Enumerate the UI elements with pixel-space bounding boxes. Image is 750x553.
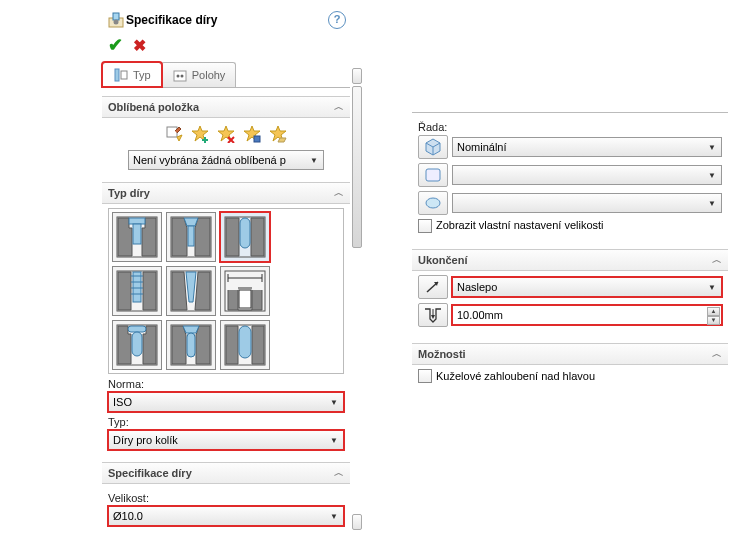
svg-rect-33 <box>132 332 142 356</box>
direction-icon[interactable] <box>418 275 448 299</box>
tab-label-type: Typ <box>133 69 151 81</box>
holetype-countersink-slot[interactable] <box>166 320 216 370</box>
panel-title: Specifikace díry <box>126 13 217 27</box>
svg-rect-3 <box>115 69 119 81</box>
dropdown-arrow-icon: ▼ <box>307 153 321 167</box>
svg-rect-38 <box>426 169 440 181</box>
dropdown-arrow-icon: ▼ <box>327 433 341 447</box>
svg-marker-43 <box>431 315 435 319</box>
svg-rect-35 <box>187 333 195 357</box>
svg-point-39 <box>426 198 440 208</box>
svg-rect-30 <box>239 290 251 308</box>
type-tab-icon <box>113 67 129 83</box>
holetype-legacy[interactable] <box>220 266 270 316</box>
ok-button[interactable]: ✔ <box>108 34 123 56</box>
dropdown-arrow-icon: ▼ <box>705 196 719 210</box>
section-holetype[interactable]: Typ díry ︿ <box>102 182 350 204</box>
end-condition-select[interactable]: Naslepo ▼ <box>452 277 722 297</box>
fav-add-icon[interactable] <box>188 122 212 146</box>
svg-rect-25 <box>240 218 250 248</box>
option-countersink-checkbox[interactable] <box>418 369 432 383</box>
holetype-tapered-tap[interactable] <box>166 266 216 316</box>
dropdown-arrow-icon: ▼ <box>327 509 341 523</box>
cancel-button[interactable]: ✖ <box>133 36 146 55</box>
series-select[interactable]: Nominální ▼ <box>452 137 722 157</box>
holetype-slot[interactable] <box>220 320 270 370</box>
chevron-up-icon: ︿ <box>334 186 344 200</box>
fav-load-icon[interactable] <box>266 122 290 146</box>
svg-rect-20 <box>129 218 145 224</box>
dropdown-arrow-icon: ▼ <box>705 168 719 182</box>
svg-rect-17 <box>254 136 260 142</box>
standard-label: Norma: <box>108 378 344 390</box>
holetype-counterbore-slot[interactable] <box>112 320 162 370</box>
svg-rect-5 <box>174 71 186 81</box>
svg-point-2 <box>114 20 119 25</box>
favorite-select[interactable]: Není vybrána žádná oblíbená p ▼ <box>128 150 324 170</box>
help-icon[interactable]: ? <box>328 11 346 29</box>
type-label: Typ: <box>108 416 344 428</box>
dropdown-arrow-icon: ▼ <box>705 280 719 294</box>
holetype-countersink[interactable] <box>166 212 216 262</box>
tab-type[interactable]: Typ <box>102 62 162 87</box>
series-config-icon <box>418 163 448 187</box>
dropdown-arrow-icon: ▼ <box>705 140 719 154</box>
tab-positions[interactable]: Polohy <box>161 62 237 87</box>
scrollbar-thumb[interactable] <box>352 86 362 248</box>
hole-wizard-icon <box>106 10 126 30</box>
fav-delete-icon[interactable] <box>214 122 238 146</box>
section-end[interactable]: Ukončení ︿ <box>412 249 728 271</box>
svg-rect-32 <box>128 326 146 332</box>
dropdown-arrow-icon: ▼ <box>327 395 341 409</box>
series-label: Řada: <box>418 121 722 133</box>
type-select[interactable]: Díry pro kolík ▼ <box>108 430 344 450</box>
svg-point-6 <box>176 75 179 78</box>
section-options[interactable]: Možnosti ︿ <box>412 343 728 365</box>
size-label: Velikost: <box>108 492 344 504</box>
chevron-up-icon: ︿ <box>712 347 722 361</box>
chevron-up-icon: ︿ <box>712 253 722 267</box>
scrollbar[interactable] <box>352 68 362 530</box>
series-body-icon <box>418 191 448 215</box>
positions-tab-icon <box>172 67 188 83</box>
svg-rect-23 <box>188 226 194 246</box>
svg-rect-4 <box>121 71 127 79</box>
depth-icon <box>418 303 448 327</box>
series-select-3[interactable]: ▼ <box>452 193 722 213</box>
section-spec[interactable]: Specifikace díry ︿ <box>102 462 350 484</box>
svg-rect-1 <box>113 13 119 20</box>
size-select[interactable]: Ø10.0 ▼ <box>108 506 344 526</box>
tab-label-positions: Polohy <box>192 69 226 81</box>
chevron-up-icon: ︿ <box>334 466 344 480</box>
svg-marker-9 <box>177 135 182 141</box>
holetype-straight-tap[interactable] <box>112 266 162 316</box>
show-custom-label: Zobrazit vlastní nastavení velikosti <box>436 219 604 232</box>
section-favorite[interactable]: Oblíbená položka ︿ <box>102 96 350 118</box>
series-main-icon <box>418 135 448 159</box>
holetype-counterbore[interactable] <box>112 212 162 262</box>
holetype-grid <box>108 208 344 374</box>
svg-rect-21 <box>133 224 141 244</box>
option-countersink-label: Kuželové zahloubení nad hlavou <box>436 370 595 382</box>
series-select-2[interactable]: ▼ <box>452 165 722 185</box>
svg-point-7 <box>180 75 183 78</box>
standard-select[interactable]: ISO ▼ <box>108 392 344 412</box>
svg-rect-37 <box>239 326 251 358</box>
spinner-arrows[interactable]: ▲▼ <box>707 307 720 323</box>
chevron-up-icon: ︿ <box>334 100 344 114</box>
holetype-hole[interactable] <box>220 212 270 262</box>
fav-save-icon[interactable] <box>240 122 264 146</box>
show-custom-checkbox[interactable] <box>418 219 432 233</box>
depth-input[interactable]: 10.00mm ▲▼ <box>452 305 722 325</box>
svg-rect-8 <box>167 127 177 137</box>
fav-apply-icon[interactable] <box>162 122 186 146</box>
